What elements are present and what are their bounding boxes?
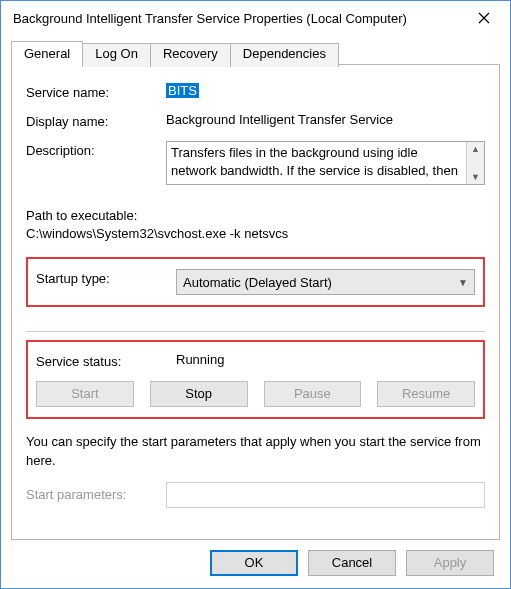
- start-button: Start: [36, 381, 134, 407]
- tab-log-on[interactable]: Log On: [82, 43, 151, 67]
- startup-type-label: Startup type:: [36, 269, 176, 286]
- cancel-button[interactable]: Cancel: [308, 550, 396, 576]
- start-parameters-label: Start parameters:: [26, 487, 166, 502]
- tab-panel-general: Service name: BITS Display name: Backgro…: [11, 64, 500, 540]
- chevron-down-icon: ▼: [458, 277, 468, 288]
- apply-button: Apply: [406, 550, 494, 576]
- display-name-value: Background Intelligent Transfer Service: [166, 112, 485, 127]
- service-status-highlight: Service status: Running Start Stop Pause…: [26, 340, 485, 419]
- tab-general[interactable]: General: [11, 41, 83, 65]
- dialog-footer: OK Cancel Apply: [11, 540, 500, 576]
- service-status-value: Running: [176, 352, 475, 367]
- tab-recovery[interactable]: Recovery: [150, 43, 231, 67]
- start-parameters-input: [166, 482, 485, 508]
- description-scrollbar[interactable]: ▲ ▼: [466, 142, 484, 184]
- close-button[interactable]: [464, 4, 504, 32]
- pause-button: Pause: [264, 381, 362, 407]
- service-status-label: Service status:: [36, 352, 176, 369]
- service-name-label: Service name:: [26, 83, 166, 100]
- service-name-value[interactable]: BITS: [166, 83, 199, 98]
- startup-type-highlight: Startup type: Automatic (Delayed Start) …: [26, 257, 485, 307]
- stop-button[interactable]: Stop: [150, 381, 248, 407]
- path-block: Path to executable: C:\windows\System32\…: [26, 207, 485, 243]
- service-properties-dialog: Background Intelligent Transfer Service …: [0, 0, 511, 589]
- description-box: Transfers files in the background using …: [166, 141, 485, 185]
- titlebar: Background Intelligent Transfer Service …: [1, 1, 510, 35]
- chevron-down-icon[interactable]: ▼: [471, 170, 480, 184]
- chevron-up-icon[interactable]: ▲: [471, 142, 480, 156]
- startup-type-value: Automatic (Delayed Start): [183, 275, 332, 290]
- help-text: You can specify the start parameters tha…: [26, 433, 485, 469]
- startup-type-select[interactable]: Automatic (Delayed Start) ▼: [176, 269, 475, 295]
- display-name-label: Display name:: [26, 112, 166, 129]
- client-area: General Log On Recovery Dependencies Ser…: [1, 35, 510, 588]
- close-icon: [478, 12, 490, 24]
- description-text[interactable]: Transfers files in the background using …: [167, 142, 466, 184]
- ok-button[interactable]: OK: [210, 550, 298, 576]
- resume-button: Resume: [377, 381, 475, 407]
- description-label: Description:: [26, 141, 166, 158]
- window-title: Background Intelligent Transfer Service …: [13, 11, 464, 26]
- tab-strip: General Log On Recovery Dependencies: [11, 41, 500, 65]
- path-label: Path to executable:: [26, 207, 485, 225]
- path-value: C:\windows\System32\svchost.exe -k netsv…: [26, 225, 485, 243]
- divider: [26, 331, 485, 332]
- tab-dependencies[interactable]: Dependencies: [230, 43, 339, 67]
